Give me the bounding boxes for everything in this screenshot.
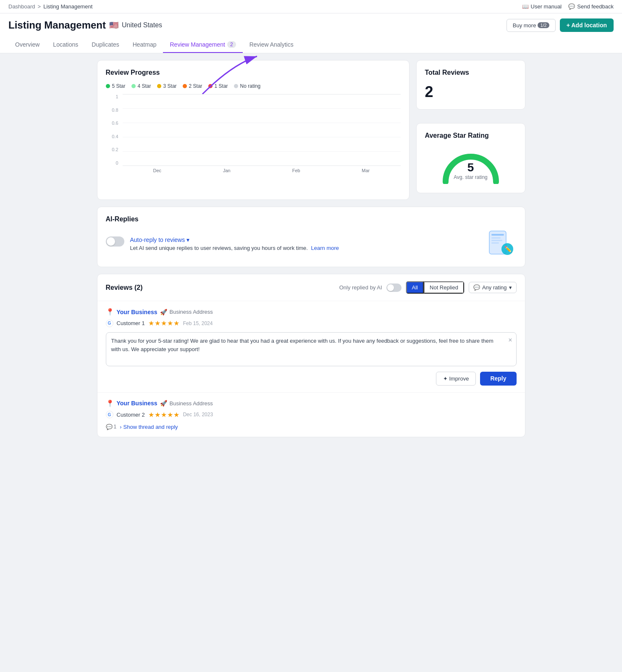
flag-icon: 🇺🇸 [109, 21, 118, 30]
tab-locations[interactable]: Locations [46, 37, 85, 53]
small-toggle-knob [387, 284, 394, 291]
send-feedback-link[interactable]: 💬 Send feedback [568, 3, 614, 10]
show-thread-link-2[interactable]: › Show thread and reply [120, 424, 178, 430]
bars-area [123, 94, 401, 165]
only-replied-by-ai-toggle[interactable] [386, 284, 402, 292]
filter-ai-label: Only replied by AI [339, 284, 382, 291]
svg-rect-3 [491, 237, 501, 239]
breadcrumb-home[interactable]: Dashboard [8, 3, 35, 10]
google-icon-1: G [106, 320, 113, 327]
bar-chart: 1 0.8 0.6 0.4 0.2 0 [106, 94, 401, 178]
comment-icon-2: 💬 1 [106, 424, 117, 430]
legend-dot-3star [157, 84, 161, 88]
stars-2: ★★★★★ [148, 411, 180, 419]
stars-1: ★★★★★ [148, 319, 180, 327]
y-label-06: 0.6 [112, 121, 118, 126]
filter-tabs: All Not Replied [406, 281, 465, 294]
review-meta-1: G Customer 1 ★★★★★ Feb 15, 2024 [106, 319, 517, 327]
reviews-title: Reviews (2) [106, 284, 143, 291]
feedback-icon: 💬 [568, 3, 575, 10]
header-buttons: Buy more 1/2 + Add location [507, 18, 614, 32]
review-management-count: 2 [227, 41, 236, 48]
review-progress-title: Review Progress [106, 69, 401, 76]
legend-norating: No rating [234, 83, 261, 89]
business-name-1[interactable]: Your Business [117, 309, 157, 315]
x-label-mar: Mar [331, 168, 401, 178]
x-axis-labels: Dec Jan Feb Mar [123, 168, 401, 178]
reviews-filters: Only replied by AI All Not Replied 💬 Any… [339, 281, 517, 294]
tab-review-management[interactable]: Review Management 2 [163, 37, 242, 53]
add-location-button[interactable]: + Add location [560, 18, 614, 32]
improve-button-1[interactable]: ✦ Improve [436, 372, 476, 386]
top-grid: Review Progress 5 Star 4 Star 3 Star 2 S… [97, 60, 525, 200]
ai-replies-content: Auto-reply to reviews ▾ Let AI send uniq… [106, 229, 517, 258]
business-address-1: Business Address [170, 309, 213, 315]
auto-reply-link[interactable]: Auto-reply to reviews ▾ [130, 236, 339, 243]
tab-heatmap[interactable]: Heatmap [126, 37, 163, 53]
country-label: United States [122, 21, 162, 29]
tab-duplicates[interactable]: Duplicates [85, 37, 126, 53]
ai-description: Let AI send unique replies to user revie… [130, 245, 339, 251]
location-pin-icon-1: 📍 [106, 308, 114, 316]
avg-rating-title: Average Star Rating [425, 132, 517, 139]
ai-section-title: AI-Replies [106, 215, 517, 223]
toggle-knob [107, 237, 115, 246]
legend-3star: 3 Star [157, 83, 177, 89]
grid-line-bottom [123, 165, 401, 166]
filter-tab-all[interactable]: All [406, 281, 424, 294]
rating-filter[interactable]: 💬 Any rating ▾ [469, 282, 517, 293]
chevron-down-icon: ▾ [186, 236, 189, 243]
chevron-down-icon-filter: ▾ [509, 284, 512, 291]
legend-dot-2star [183, 84, 187, 88]
filter-tab-not-replied[interactable]: Not Replied [424, 281, 464, 294]
tab-review-analytics[interactable]: Review Analytics [243, 37, 300, 53]
reply-button-1[interactable]: Reply [480, 372, 516, 386]
user-manual-link[interactable]: 📖 User manual [522, 3, 562, 10]
main-content: Review Progress 5 Star 4 Star 3 Star 2 S… [89, 53, 534, 444]
show-thread-2: 💬 1 › Show thread and reply [106, 424, 517, 430]
legend-5star: 5 Star [106, 83, 126, 89]
reply-box-1: Thank you for your 5-star rating! We are… [106, 332, 517, 386]
rating-filter-icon: 💬 [473, 284, 480, 291]
learn-more-link[interactable]: Learn more [311, 245, 339, 251]
svg-rect-2 [491, 234, 504, 236]
svg-text:✏️: ✏️ [504, 246, 512, 253]
x-label-dec: Dec [123, 168, 192, 178]
reply-textarea-1[interactable]: Thank you for your 5-star rating! We are… [106, 332, 517, 366]
business-address-2: Business Address [170, 400, 213, 407]
review-date-2: Dec 16, 2023 [183, 412, 213, 417]
breadcrumb: Dashboard > Listing Management [8, 3, 92, 10]
svg-rect-4 [491, 240, 502, 241]
legend-dot-1star [208, 84, 213, 88]
y-label-02: 0.2 [112, 147, 118, 152]
review-business-2: 📍 Your Business 🚀 Business Address [106, 399, 517, 407]
review-date-1: Feb 15, 2024 [183, 320, 213, 326]
google-icon-2: G [106, 411, 113, 418]
page-header: Listing Management 🇺🇸 United States Buy … [0, 13, 622, 53]
auto-reply-toggle[interactable] [106, 236, 124, 247]
business-emoji-2: 🚀 [160, 400, 167, 407]
legend-4star: 4 Star [131, 83, 151, 89]
thread-count-2: 1 [114, 424, 117, 430]
y-label-0: 0 [115, 160, 118, 165]
business-name-2[interactable]: Your Business [117, 400, 157, 407]
reviewer-name-1: Customer 1 [117, 320, 145, 326]
chart-legend: 5 Star 4 Star 3 Star 2 Star 1 Star [106, 83, 401, 89]
total-reviews-title: Total Reviews [425, 69, 517, 76]
nav-tabs: Overview Locations Duplicates Heatmap Re… [8, 37, 614, 53]
y-label-08: 0.8 [112, 108, 118, 113]
reviews-header: Reviews (2) Only replied by AI All Not R… [97, 274, 525, 301]
review-meta-2: G Customer 2 ★★★★★ Dec 16, 2023 [106, 411, 517, 419]
buy-more-button[interactable]: Buy more 1/2 [507, 19, 556, 32]
buy-more-badge: 1/2 [538, 22, 549, 28]
chart-inner [123, 94, 401, 165]
clear-textarea-icon-1[interactable]: × [508, 336, 512, 344]
legend-dot-norating [234, 84, 238, 88]
svg-rect-5 [491, 242, 499, 244]
avg-rating-card: Average Star Rating 5 Avg. star rating [416, 123, 525, 193]
tab-overview[interactable]: Overview [8, 37, 46, 53]
ai-replies-card: AI-Replies Auto-reply to reviews ▾ Let A… [97, 207, 525, 267]
arrow-annotation [198, 56, 265, 98]
legend-2star: 2 Star [183, 83, 202, 89]
location-pin-icon-2: 📍 [106, 399, 114, 407]
